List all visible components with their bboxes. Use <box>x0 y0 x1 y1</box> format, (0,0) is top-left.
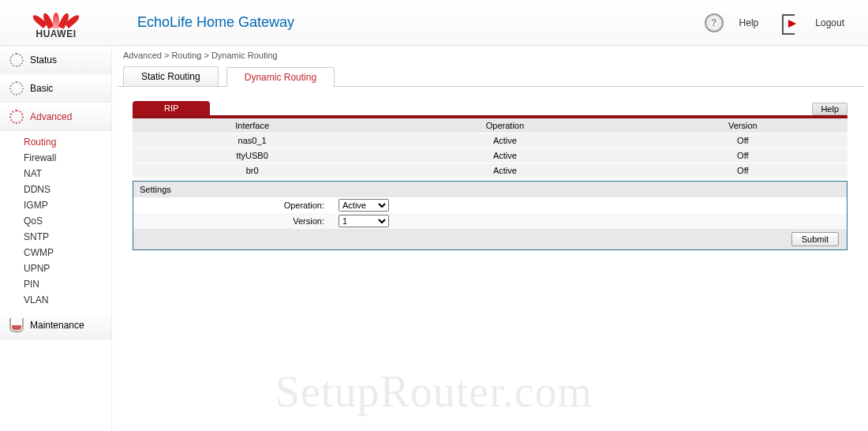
flask-icon <box>9 318 24 332</box>
brand-logo: HUAWEI <box>0 6 112 39</box>
submit-button[interactable]: Submit <box>791 232 839 246</box>
operation-select[interactable]: Active <box>339 199 389 212</box>
sidebar-sub-firewall[interactable]: Firewall <box>24 150 111 166</box>
table-row[interactable]: ttyUSB0 Active Off <box>133 148 847 163</box>
sidebar-sub-ddns[interactable]: DDNS <box>24 182 111 197</box>
sidebar-sub-nat[interactable]: NAT <box>24 166 111 182</box>
tab-static-routing[interactable]: Static Routing <box>123 66 219 86</box>
sidebar-item-maintenance[interactable]: Maintenance <box>0 311 111 339</box>
panel-title: RIP <box>133 101 210 115</box>
sidebar-label-advanced: Advanced <box>30 111 72 122</box>
sidebar-label-basic: Basic <box>30 83 53 94</box>
sidebar-sub-routing[interactable]: Routing <box>24 134 111 150</box>
sidebar-sub-upnp[interactable]: UPNP <box>24 260 111 276</box>
col-version: Version <box>638 118 847 133</box>
sidebar-sub-sntp[interactable]: SNTP <box>24 229 111 245</box>
sidebar-sub-igmp[interactable]: IGMP <box>24 197 111 213</box>
table-row[interactable]: nas0_1 Active Off <box>133 133 847 148</box>
sidebar-sub-cwmp[interactable]: CWMP <box>24 245 111 260</box>
sidebar-item-status[interactable]: Status <box>0 46 111 74</box>
rip-panel: RIP Help Interface Operation Version nas… <box>133 101 847 250</box>
col-interface: Interface <box>133 118 372 133</box>
settings-title: Settings <box>133 182 847 197</box>
version-label: Version: <box>133 216 339 226</box>
sidebar: Status Basic Advanced Routing Firewall N… <box>0 46 112 431</box>
sidebar-submenu: Routing Firewall NAT DDNS IGMP QoS SNTP … <box>0 131 111 311</box>
help-icon[interactable]: ? <box>705 13 724 32</box>
logout-link[interactable]: Logout <box>815 17 844 28</box>
gear-icon <box>9 110 24 124</box>
header: HUAWEI EchoLife Home Gateway ? Help Logo… <box>0 0 868 46</box>
tab-bar: Static Routing Dynamic Routing <box>117 66 863 87</box>
rip-table: Interface Operation Version nas0_1 Activ… <box>133 118 847 178</box>
sidebar-label-maintenance: Maintenance <box>30 320 84 331</box>
sidebar-sub-qos[interactable]: QoS <box>24 213 111 229</box>
settings-box: Settings Operation: Active Version: 1 Su… <box>133 181 847 250</box>
breadcrumb: Advanced > Routing > Dynamic Routing <box>117 46 863 65</box>
sidebar-item-basic[interactable]: Basic <box>0 74 111 103</box>
sidebar-item-advanced[interactable]: Advanced <box>0 103 111 131</box>
app-title: EchoLife Home Gateway <box>112 14 705 31</box>
operation-label: Operation: <box>133 201 339 210</box>
watermark: SetupRouter.com <box>0 366 868 417</box>
content: Advanced > Routing > Dynamic Routing Sta… <box>112 46 868 250</box>
version-select[interactable]: 1 <box>339 215 389 227</box>
panel-help-button[interactable]: Help <box>812 103 847 115</box>
help-link[interactable]: Help <box>739 17 759 28</box>
gear-icon <box>9 53 24 67</box>
huawei-flower-icon <box>40 6 72 28</box>
logout-icon[interactable] <box>782 14 799 32</box>
sidebar-sub-vlan[interactable]: VLAN <box>24 292 111 308</box>
col-operation: Operation <box>372 118 638 133</box>
tab-dynamic-routing[interactable]: Dynamic Routing <box>226 67 335 87</box>
table-row[interactable]: br0 Active Off <box>133 163 847 178</box>
sidebar-label-status: Status <box>30 54 57 66</box>
brand-text: HUAWEI <box>36 28 77 39</box>
sidebar-sub-pin[interactable]: PIN <box>24 276 111 292</box>
gear-icon <box>9 81 24 96</box>
